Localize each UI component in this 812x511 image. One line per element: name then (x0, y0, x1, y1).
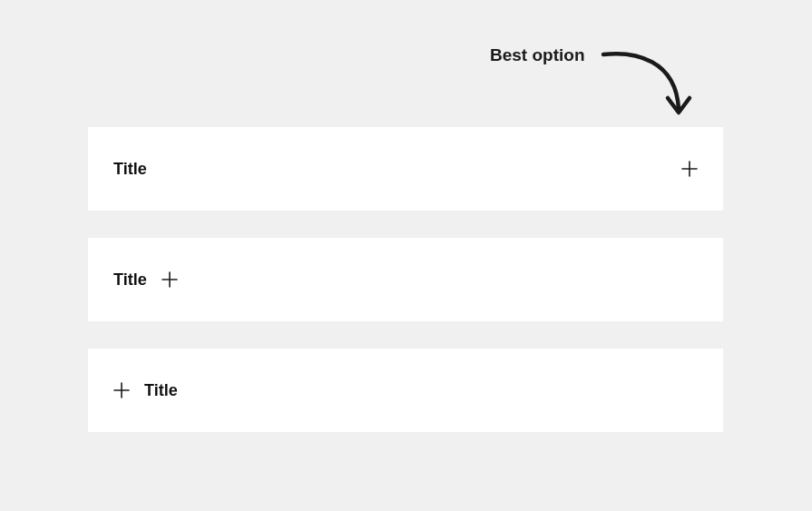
accordion-row-option-1[interactable]: Title (88, 127, 723, 211)
accordion-title: Title (144, 381, 178, 400)
arrow-icon (599, 44, 699, 125)
accordion-title: Title (113, 160, 147, 179)
plus-icon (113, 382, 130, 398)
accordion-options-list: Title Title Title (88, 127, 723, 432)
accordion-row-option-2[interactable]: Title (88, 238, 723, 321)
annotation-label: Best option (490, 45, 585, 65)
plus-icon (161, 271, 178, 288)
plus-icon (681, 161, 698, 177)
accordion-title: Title (113, 270, 147, 290)
accordion-row-option-3[interactable]: Title (88, 349, 723, 432)
